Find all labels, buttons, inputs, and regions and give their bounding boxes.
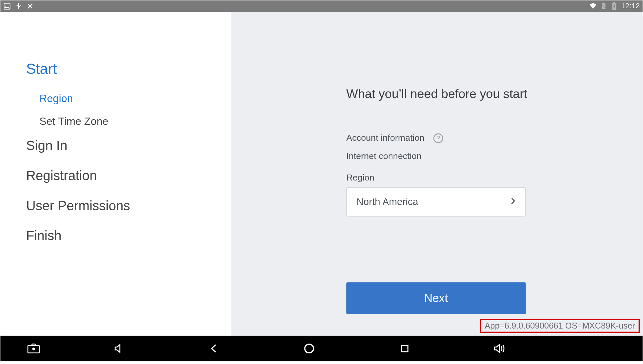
image-icon (3, 2, 11, 10)
sidebar-step-start[interactable]: Start (26, 61, 231, 78)
nav-screenshot-button[interactable] (0, 343, 71, 354)
svg-point-4 (33, 348, 34, 350)
usb-icon (15, 2, 23, 10)
navigation-bar (0, 336, 642, 361)
chevron-right-icon (510, 197, 516, 207)
status-clock: 12:12 (621, 2, 640, 10)
nav-volume-up-button[interactable] (452, 343, 547, 354)
svg-rect-2 (614, 2, 615, 4)
region-field-label: Region (346, 173, 643, 183)
content-panel: What you’ll need before you start Accoun… (231, 12, 642, 336)
main: Start Region Set Time Zone Sign In Regis… (0, 12, 642, 336)
requirement-account-info-label: Account information (346, 133, 424, 143)
svg-point-5 (305, 344, 314, 353)
sidebar-step-user-permissions[interactable]: User Permissions (26, 198, 231, 213)
version-info: App=6.9.0.60900661 OS=MXC89K-user (480, 319, 640, 333)
close-icon (26, 2, 34, 10)
sidebar-substep-set-time-zone[interactable]: Set Time Zone (39, 115, 231, 128)
nav-home-button[interactable] (262, 343, 357, 354)
sidebar: Start Region Set Time Zone Sign In Regis… (0, 12, 231, 336)
content-heading: What you’ll need before you start (346, 87, 643, 101)
status-left (3, 2, 34, 10)
nav-volume-down-button[interactable] (71, 343, 166, 354)
requirement-internet-label: Internet connection (346, 151, 421, 161)
region-select[interactable]: North America (346, 187, 526, 216)
next-button[interactable]: Next (346, 282, 526, 314)
sidebar-step-finish[interactable]: Finish (26, 228, 231, 243)
status-bar: 12:12 (0, 0, 642, 12)
nav-back-button[interactable] (166, 343, 262, 354)
region-select-value: North America (356, 196, 418, 208)
requirement-internet: Internet connection (346, 151, 643, 161)
svg-rect-6 (401, 345, 408, 352)
sidebar-step-registration[interactable]: Registration (26, 168, 231, 183)
sidebar-substep-region[interactable]: Region (39, 92, 231, 105)
battery-icon (611, 2, 618, 10)
status-right: 12:12 (589, 2, 640, 10)
nav-recents-button[interactable] (357, 344, 452, 353)
requirement-account-info: Account information ? (346, 133, 643, 143)
sidebar-step-sign-in[interactable]: Sign In (26, 138, 231, 153)
wifi-icon (589, 2, 597, 10)
no-sim-icon (600, 2, 608, 10)
help-icon[interactable]: ? (433, 133, 443, 143)
